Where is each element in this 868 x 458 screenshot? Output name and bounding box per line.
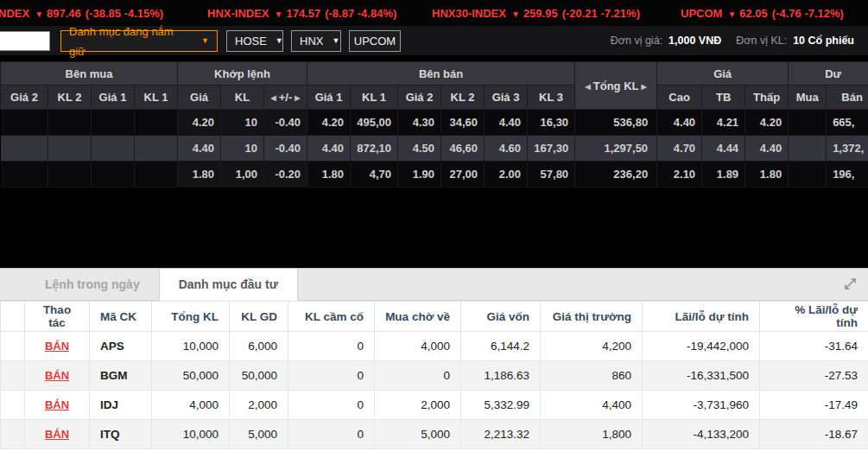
scroll-right-icon[interactable]: ▶ <box>295 94 300 102</box>
cell-gia-thi-truong: 4,400 <box>541 391 643 420</box>
gutter-cell <box>1 332 25 361</box>
portfolio-column-header: Tổng KL <box>152 302 230 332</box>
board-cell: 34,60 <box>441 110 485 136</box>
board-cell: 4.20 <box>745 110 789 136</box>
board-cell: 4.40 <box>307 136 351 162</box>
cell-mua-cho-ve: 5,000 <box>375 420 461 449</box>
board-cell: 1.80 <box>307 162 351 188</box>
column-header-kl-2-mua: KL 2 <box>48 86 92 110</box>
cell-action: BÁN <box>25 332 90 361</box>
symbol-search-input[interactable] <box>0 31 50 51</box>
cell-kl-gd: 6,000 <box>230 332 288 361</box>
column-header-kl-3-ban: KL 3 <box>528 86 575 110</box>
cell-tong-kl: 4,000 <box>152 391 230 420</box>
column-header-gia-2-mua: Giá 2 <box>1 86 48 110</box>
board-cell: 4.40 <box>657 110 702 136</box>
portfolio-row: BÁNBGM50,00050,000001,186.63860-16,331,5… <box>1 361 868 391</box>
cell-pct-lai-lo: -18.67 <box>760 420 868 449</box>
gutter-header <box>1 302 25 332</box>
sell-button[interactable]: BÁN <box>45 428 69 441</box>
hnx-dropdown[interactable]: HNX ▼ <box>291 30 341 52</box>
board-cell: 4.40 <box>485 110 528 136</box>
cell-lai-lo: -4,133,200 <box>643 420 760 449</box>
board-cell: 1.90 <box>398 162 441 188</box>
board-cell: 27,00 <box>441 162 485 188</box>
board-cell <box>135 110 178 136</box>
unit-info: Đơn vị giá: 1,000 VNĐ Đơn vị KL: 10 Cổ p… <box>611 26 863 55</box>
column-header-change: ◀+/-▶ <box>264 86 307 110</box>
upcom-button-label: UPCOM <box>354 31 396 51</box>
board-cell: 10 <box>221 136 264 162</box>
expand-icon[interactable] <box>844 277 858 291</box>
sell-button[interactable]: BÁN <box>45 369 69 382</box>
portfolio-row: BÁNIDJ4,0002,00002,0005,332.994,400-3,73… <box>1 391 868 420</box>
board-cell <box>92 110 135 136</box>
upcom-button[interactable]: UPCOM <box>349 30 401 52</box>
board-cell: 872,10 <box>351 136 398 162</box>
change-label: +/- <box>279 91 293 104</box>
sell-button[interactable]: BÁN <box>45 398 69 411</box>
watchlist-dropdown[interactable]: Danh mục đang nắm giữ ▼ <box>60 30 218 52</box>
scroll-right-icon[interactable]: ▶ <box>641 83 646 91</box>
cell-gia-thi-truong: 4,200 <box>541 332 643 361</box>
portfolio-column-header: KL cầm cố <box>288 302 375 332</box>
board-cell: 167,30 <box>528 136 575 162</box>
index-name: UPCOM <box>681 7 722 20</box>
scroll-left-icon[interactable]: ◀ <box>271 94 276 102</box>
down-arrow-icon: ▼ <box>275 10 283 19</box>
gutter-cell <box>1 361 25 391</box>
cell-action: BÁN <box>25 420 90 449</box>
cell-pct-lai-lo: -17.49 <box>760 391 868 420</box>
scroll-left-icon[interactable]: ◀ <box>586 83 591 91</box>
tab-lenh-trong-ngay[interactable]: Lệnh trong ngày <box>26 269 159 300</box>
portfolio-column-header: KL GD <box>230 302 288 332</box>
cell-mua-cho-ve: 2,000 <box>375 391 461 420</box>
down-arrow-icon: ▼ <box>35 10 43 19</box>
column-header-tb: TB <box>702 86 745 110</box>
cell-kl-gd: 50,000 <box>230 361 288 391</box>
index-change: (-4.76 -7.12%) <box>772 7 844 20</box>
sell-button[interactable]: BÁN <box>45 340 69 353</box>
portfolio-table: Thao tácMã CKTổng KLKL GDKL cầm cốMua ch… <box>0 301 868 449</box>
board-cell <box>135 162 178 188</box>
column-header-du-mua: Mua <box>789 86 827 110</box>
cell-symbol: APS <box>90 332 152 361</box>
board-cell: 2.10 <box>657 162 702 188</box>
hose-dropdown[interactable]: HOSE ▼ <box>226 30 283 52</box>
board-row[interactable]: 4.4010-0.404.40872,104.5046,604.60167,30… <box>1 136 868 162</box>
portfolio-row: BÁNAPS10,0006,00004,0006,144.24,200-19,4… <box>1 332 868 361</box>
cell-action: BÁN <box>25 391 90 420</box>
board-cell: 4.40 <box>178 136 221 162</box>
group-header-khop-lenh: Khớp lệnh <box>178 62 307 86</box>
unit-volume-label: Đơn vị KL: <box>736 35 787 47</box>
board-cell: 4.70 <box>657 136 702 162</box>
index-ticker-vn-index: VN-INDEX▼897.46(-38.85 -4.15%) <box>0 7 163 20</box>
cell-mua-cho-ve: 4,000 <box>375 332 461 361</box>
index-name: HNX30-INDEX <box>432 7 506 20</box>
cell-lai-lo: -19,442,000 <box>643 332 760 361</box>
board-cell: 4.21 <box>702 110 745 136</box>
portfolio-row: BÁNITQ10,0005,00005,0002,213.321,800-4,1… <box>1 420 868 449</box>
board-row[interactable]: 1.801,00-0.201.804,701.9027,002.0057,802… <box>1 162 868 188</box>
portfolio-column-header: Giá vốn <box>461 302 541 332</box>
watchlist-dropdown-label: Danh mục đang nắm giữ <box>69 22 193 61</box>
board-cell: -0.20 <box>264 162 307 188</box>
index-ticker-hnx30-index: HNX30-INDEX▼259.95(-20.21 -7.21%) <box>432 7 640 20</box>
column-header-gia-1-mua: Giá 1 <box>92 86 135 110</box>
board-cell: 16,30 <box>528 110 575 136</box>
unit-price-label: Đơn vị giá: <box>611 35 662 47</box>
chevron-down-icon: ▼ <box>201 31 209 51</box>
index-ticker-hnx-index: HNX-INDEX▼174.57(-8.87 -4.84%) <box>207 7 396 20</box>
board-row[interactable]: 4.2010-0.404.20495,004.3034,604.4016,305… <box>1 110 868 136</box>
cell-mua-cho-ve: 0 <box>375 361 461 391</box>
cell-gia-thi-truong: 1,800 <box>541 420 643 449</box>
board-cell <box>1 162 48 188</box>
portfolio-column-header: Giá thị trường <box>541 302 643 332</box>
board-cell: 665, <box>827 110 868 136</box>
tab-bar: Lệnh trong ngày Danh mục đầu tư <box>0 269 868 301</box>
tab-danh-muc-dau-tu[interactable]: Danh mục đầu tư <box>159 269 298 301</box>
cell-symbol: ITQ <box>90 420 152 449</box>
cell-gia-von: 5,332.99 <box>461 391 541 420</box>
board-cell: -0.40 <box>264 110 307 136</box>
cell-gia-thi-truong: 860 <box>541 361 643 391</box>
